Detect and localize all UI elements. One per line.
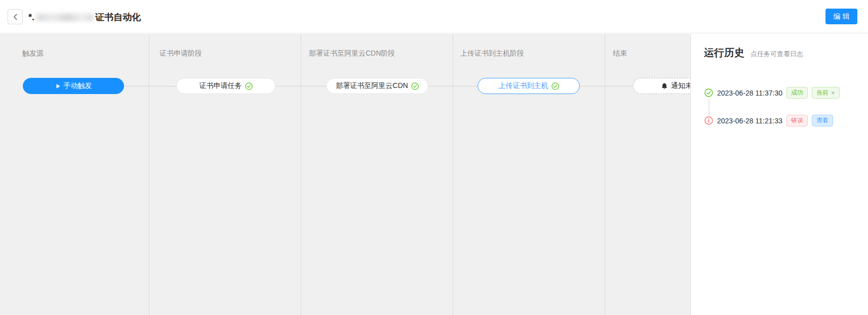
- run-timestamp: 2023-06-28 11:37:30: [717, 89, 782, 97]
- certificate-automation-app: *. 证书自动化 编 辑 触发源 证书申请阶段 部署证书至阿里云CDN阶段 上传…: [0, 0, 868, 315]
- column-divider: [149, 34, 149, 315]
- top-bar: *. 证书自动化 编 辑: [0, 0, 868, 33]
- run-item: 2023-06-28 11:21:33 错误 查看: [704, 115, 833, 126]
- success-check-icon: [245, 82, 253, 90]
- title-suffix: 证书自动化: [95, 11, 141, 23]
- status-badge-success: 成功: [786, 87, 808, 99]
- task-upload-host[interactable]: 上传证书到主机: [478, 78, 580, 94]
- success-circle-icon: [704, 88, 713, 97]
- status-label: 成功: [791, 88, 803, 97]
- column-divider: [301, 34, 301, 315]
- panel-title: 运行历史: [704, 46, 744, 60]
- current-run-tag[interactable]: 当前 ×: [812, 87, 840, 99]
- panel-header: 运行历史 点任务可查看日志: [704, 46, 803, 60]
- task-deploy-cdn[interactable]: 部署证书至阿里云CDN: [326, 78, 428, 94]
- task-label: 部署证书至阿里云CDN: [336, 81, 408, 91]
- edit-button[interactable]: 编 辑: [825, 9, 857, 24]
- bell-icon: [661, 82, 668, 90]
- close-icon[interactable]: ×: [831, 89, 835, 96]
- column-divider: [605, 34, 605, 315]
- task-label: 证书申请任务: [200, 81, 242, 91]
- view-log-button[interactable]: 查看: [812, 115, 833, 126]
- stage-title-host: 上传证书到主机阶段: [460, 49, 524, 58]
- chevron-left-icon: [12, 14, 19, 20]
- run-timestamp: 2023-06-28 11:21:33: [717, 117, 782, 125]
- task-label: 上传证书到主机: [499, 81, 548, 91]
- back-button[interactable]: [8, 9, 23, 24]
- title-prefix: *.: [28, 12, 34, 23]
- view-label: 查看: [816, 116, 828, 125]
- panel-subtitle: 点任务可查看日志: [751, 50, 803, 59]
- page-title: *. 证书自动化: [28, 11, 141, 24]
- error-circle-icon: [704, 116, 713, 125]
- success-check-icon: [551, 82, 559, 90]
- redacted-domain: [36, 14, 93, 21]
- stage-title-cdn: 部署证书至阿里云CDN阶段: [309, 49, 395, 58]
- stage-title-apply: 证书申请阶段: [160, 49, 202, 58]
- task-label: 手动触发: [64, 81, 92, 91]
- stage-title-trigger: 触发源: [22, 49, 44, 58]
- stage-title-end: 结束: [613, 49, 627, 58]
- run-item: 2023-06-28 11:37:30 成功 当前 ×: [704, 87, 840, 99]
- status-label: 错误: [791, 116, 803, 125]
- column-divider: [453, 34, 453, 315]
- status-badge-error: 错误: [786, 115, 808, 126]
- timeline-connector: [708, 99, 709, 116]
- task-cert-apply[interactable]: 证书申请任务: [176, 78, 275, 94]
- run-history-panel: 运行历史 点任务可查看日志 2023-06-28 11:37:30 成功 当前 …: [690, 34, 868, 315]
- success-check-icon: [411, 82, 419, 90]
- task-manual-trigger[interactable]: 手动触发: [23, 78, 124, 94]
- current-label: 当前: [816, 88, 828, 97]
- play-icon: [55, 83, 61, 89]
